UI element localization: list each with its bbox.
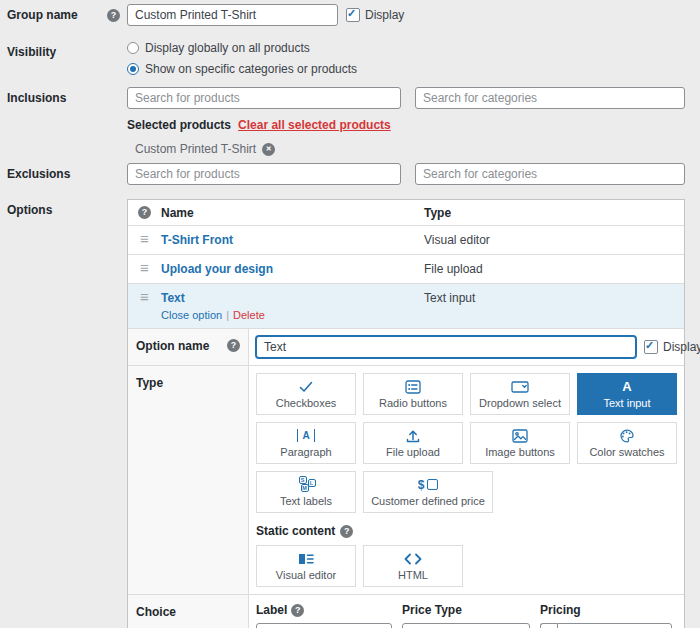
display-checkbox[interactable] [644, 340, 658, 354]
tile-label: HTML [398, 569, 428, 581]
visibility-option-global[interactable]: Display globally on all products [127, 41, 357, 55]
static-tile-visual-editor[interactable]: Visual editor [256, 545, 356, 587]
help-icon[interactable] [291, 604, 304, 617]
tile-label: Radio buttons [379, 397, 447, 409]
drag-handle-icon[interactable] [140, 233, 149, 246]
display-checkbox-label: Display [663, 340, 700, 354]
options-table: Name Type T-Shirt Front Visual editor Up… [127, 199, 685, 628]
clear-all-selected-products-link[interactable]: Clear all selected products [238, 118, 391, 132]
help-icon[interactable] [107, 9, 120, 22]
type-tiles: Checkboxes Radio buttons [256, 373, 686, 513]
tile-label: Checkboxes [276, 397, 337, 409]
type-column-header: Type [424, 206, 684, 220]
drag-handle-icon[interactable] [140, 291, 149, 304]
choice-label-header: Label [256, 603, 392, 617]
inclusions-row: Inclusions Selected products Clear all s… [0, 87, 700, 156]
size-labels-icon [296, 477, 317, 492]
inclusions-searches [127, 87, 685, 109]
price-type-select[interactable]: Flat fee [402, 623, 530, 628]
exclusions-categories-search-input[interactable] [415, 163, 685, 185]
type-editor-content: Checkboxes Radio buttons [249, 366, 693, 594]
type-tile-customer-defined-price[interactable]: Customer defined price [363, 471, 493, 513]
image-icon [512, 428, 528, 443]
choice-editor-label: Choice [136, 605, 176, 619]
inclusions-label-cell: Inclusions [0, 87, 120, 105]
action-separator [226, 309, 229, 321]
choice-pricing-header: Pricing [540, 603, 672, 617]
type-tile-dropdown-select[interactable]: Dropdown select [470, 373, 570, 415]
radio-list-icon [405, 379, 421, 394]
tile-label: Text input [603, 397, 650, 409]
option-name-editor-row: Option name Display [128, 328, 684, 365]
type-tile-paragraph[interactable]: Paragraph [256, 422, 356, 464]
option-name-link[interactable]: Text [161, 291, 185, 305]
static-content-label: Static content [256, 524, 335, 538]
name-column-header: Name [161, 206, 424, 220]
type-tile-checkboxes[interactable]: Checkboxes [256, 373, 356, 415]
visibility-row: Visibility Display globally on all produ… [0, 41, 700, 83]
inclusions-products-search-input[interactable] [127, 87, 401, 109]
delete-option-link[interactable]: Delete [233, 309, 265, 321]
static-tile-html[interactable]: HTML [363, 545, 463, 587]
help-icon[interactable] [227, 339, 240, 352]
tile-label: Color swatches [589, 446, 664, 458]
pricing-input[interactable] [557, 623, 672, 628]
visibility-option-specific[interactable]: Show on specific categories or products [127, 62, 357, 76]
tile-label: Customer defined price [371, 495, 485, 507]
type-tile-radio-buttons[interactable]: Radio buttons [363, 373, 463, 415]
remove-tag-icon[interactable] [262, 143, 275, 156]
type-tile-text-input[interactable]: Text input [577, 373, 677, 415]
exclusions-products-search-input[interactable] [127, 163, 401, 185]
currency-prefix: $ [540, 623, 557, 628]
exclusions-row: Exclusions [0, 163, 700, 185]
option-name-input[interactable] [256, 336, 636, 358]
options-row: Options Name Type T-Shirt Front Visual e… [0, 199, 700, 628]
dollar-box-icon [418, 477, 439, 492]
choice-label-column: Label [256, 603, 392, 628]
group-name-label: Group name [7, 8, 78, 22]
checkmark-icon [298, 379, 314, 394]
visual-editor-icon [298, 551, 314, 566]
close-option-link[interactable]: Close option [161, 309, 222, 321]
group-name-label-cell: Group name [0, 4, 120, 22]
radio-unchecked-icon[interactable] [127, 42, 139, 54]
option-row-tshirt-front: T-Shirt Front Visual editor [128, 226, 684, 255]
option-display-toggle[interactable]: Display [644, 340, 700, 354]
option-name-link[interactable]: Upload your design [161, 262, 273, 276]
help-icon[interactable] [340, 525, 353, 538]
selected-products-label: Selected products [127, 118, 231, 132]
type-editor-label: Type [136, 376, 163, 390]
visibility-options: Display globally on all products Show on… [127, 41, 357, 83]
option-row-actions: Close optionDelete [161, 309, 424, 321]
type-editor-row: Type Checkboxes [128, 365, 684, 594]
type-tile-text-labels[interactable]: Text labels [256, 471, 356, 513]
tile-label: Visual editor [276, 569, 336, 581]
type-tile-color-swatches[interactable]: Color swatches [577, 422, 677, 464]
radio-checked-icon[interactable] [127, 63, 139, 75]
type-tile-file-upload[interactable]: File upload [363, 422, 463, 464]
display-checkbox-label: Display [365, 8, 404, 22]
exclusions-searches [127, 163, 685, 185]
option-row-text: Text Close optionDelete Text input [128, 284, 684, 328]
display-checkbox[interactable] [346, 8, 360, 22]
inclusions-categories-search-input[interactable] [415, 87, 685, 109]
visibility-label-cell: Visibility [0, 41, 120, 59]
code-brackets-icon [404, 551, 422, 566]
choice-label-column-title: Label [256, 603, 287, 617]
group-name-input[interactable] [127, 4, 338, 26]
group-name-content: Display [127, 4, 404, 26]
help-icon[interactable] [138, 206, 151, 219]
option-name-editor-label-cell: Option name [128, 329, 249, 365]
exclusions-label-cell: Exclusions [0, 163, 120, 181]
choice-editor-label-cell: Choice [128, 595, 249, 628]
tile-label: Paragraph [280, 446, 331, 458]
type-tile-image-buttons[interactable]: Image buttons [470, 422, 570, 464]
group-display-toggle[interactable]: Display [346, 8, 404, 22]
option-name-editor-label: Option name [136, 339, 209, 353]
drag-handle-icon[interactable] [140, 262, 149, 275]
choice-label-input[interactable] [256, 623, 392, 628]
option-name-link[interactable]: T-Shirt Front [161, 233, 233, 247]
option-row-upload-design: Upload your design File upload [128, 255, 684, 284]
options-label-cell: Options [0, 199, 120, 217]
exclusions-label: Exclusions [7, 167, 70, 181]
